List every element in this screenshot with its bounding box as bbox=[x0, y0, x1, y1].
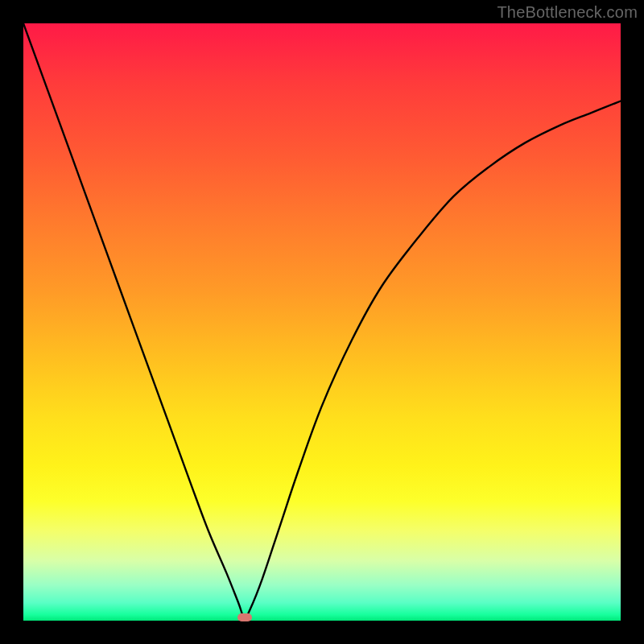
watermark-text: TheBottleneck.com bbox=[497, 3, 638, 22]
chart-frame: TheBottleneck.com bbox=[0, 0, 644, 644]
plot-area bbox=[23, 23, 621, 621]
optimal-point-marker bbox=[237, 613, 252, 621]
